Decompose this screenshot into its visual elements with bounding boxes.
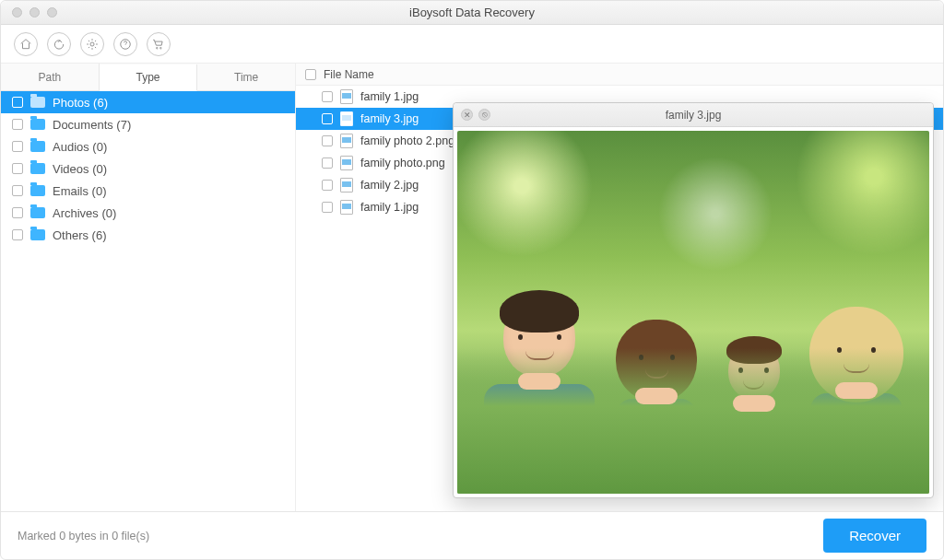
category-audios[interactable]: Audios (0)	[1, 135, 295, 158]
help-icon[interactable]	[113, 32, 137, 56]
category-label: Documents (7)	[53, 118, 131, 132]
category-list: Photos (6)Documents (7)Audios (0)Videos …	[1, 91, 295, 511]
file-name: family 2.jpg	[360, 179, 419, 192]
preview-title: family 3.jpg	[454, 109, 933, 122]
back-icon[interactable]	[47, 32, 71, 56]
titlebar: iBoysoft Data Recovery	[1, 1, 943, 25]
sidebar-tabs: PathTypeTime	[1, 64, 295, 91]
file-name: family 1.jpg	[360, 201, 419, 214]
main-area: PathTypeTime Photos (6)Documents (7)Audi…	[1, 64, 943, 511]
recover-button[interactable]: Recover	[823, 519, 926, 553]
category-label: Archives (0)	[53, 206, 116, 220]
file-checkbox[interactable]	[322, 180, 333, 191]
category-checkbox[interactable]	[12, 207, 23, 218]
image-file-icon	[340, 89, 353, 104]
category-checkbox[interactable]	[12, 119, 23, 130]
category-checkbox[interactable]	[12, 97, 23, 108]
folder-icon	[30, 185, 45, 196]
toolbar	[1, 25, 943, 64]
tab-time[interactable]: Time	[197, 64, 295, 90]
file-name: family photo.png	[360, 157, 445, 169]
category-emails[interactable]: Emails (0)	[1, 180, 295, 202]
file-checkbox[interactable]	[322, 202, 333, 213]
gear-icon[interactable]	[80, 32, 104, 56]
file-list-header: File Name	[296, 64, 943, 86]
file-name: family 1.jpg	[360, 90, 419, 103]
cart-icon[interactable]	[147, 32, 171, 56]
category-checkbox[interactable]	[12, 229, 23, 240]
preview-window: ✕ ⦸ family 3.jpg	[453, 102, 934, 498]
file-checkbox[interactable]	[322, 113, 333, 124]
file-checkbox[interactable]	[322, 91, 333, 102]
tab-type[interactable]: Type	[100, 64, 198, 91]
file-checkbox[interactable]	[322, 135, 333, 146]
traffic-minimize[interactable]	[30, 7, 40, 18]
category-others[interactable]: Others (6)	[1, 224, 295, 246]
category-label: Emails (0)	[53, 184, 107, 198]
file-checkbox[interactable]	[322, 158, 333, 169]
traffic-close[interactable]	[12, 7, 22, 18]
traffic-zoom[interactable]	[47, 7, 57, 18]
category-checkbox[interactable]	[12, 141, 23, 152]
footer: Marked 0 bytes in 0 file(s) Recover	[1, 511, 943, 559]
file-name: family 3.jpg	[360, 112, 419, 125]
home-icon[interactable]	[14, 32, 38, 56]
preview-image	[457, 131, 929, 494]
preview-close-icon[interactable]: ✕	[461, 109, 473, 121]
grass	[457, 348, 929, 494]
image-file-icon	[340, 134, 353, 148]
select-all-checkbox[interactable]	[305, 69, 316, 80]
category-photos[interactable]: Photos (6)	[1, 91, 295, 113]
status-text: Marked 0 bytes in 0 file(s)	[18, 530, 149, 542]
window-controls	[1, 7, 57, 18]
folder-icon	[30, 207, 45, 218]
file-name: family photo 2.png	[360, 134, 454, 147]
folder-icon	[30, 163, 45, 174]
folder-icon	[30, 119, 45, 130]
category-label: Videos (0)	[53, 162, 107, 176]
image-file-icon	[340, 156, 353, 170]
preview-titlebar: ✕ ⦸ family 3.jpg	[454, 103, 933, 127]
category-archives[interactable]: Archives (0)	[1, 202, 295, 224]
category-checkbox[interactable]	[12, 163, 23, 174]
tab-path[interactable]: Path	[1, 64, 100, 90]
category-label: Others (6)	[53, 228, 107, 242]
folder-icon	[30, 97, 45, 108]
svg-point-0	[90, 41, 94, 45]
folder-icon	[30, 229, 45, 240]
category-checkbox[interactable]	[12, 185, 23, 196]
preview-body	[454, 127, 933, 497]
category-documents[interactable]: Documents (7)	[1, 113, 295, 135]
preview-disable-icon[interactable]: ⦸	[478, 109, 490, 121]
category-label: Photos (6)	[53, 96, 108, 110]
file-header-label: File Name	[324, 68, 374, 81]
image-file-icon	[340, 178, 353, 192]
sidebar: PathTypeTime Photos (6)Documents (7)Audi…	[1, 64, 296, 511]
image-file-icon	[340, 200, 353, 215]
folder-icon	[30, 141, 45, 152]
category-videos[interactable]: Videos (0)	[1, 158, 295, 180]
app-window: iBoysoft Data Recovery PathTypeTime Phot…	[0, 0, 944, 560]
window-title: iBoysoft Data Recovery	[1, 6, 943, 19]
category-label: Audios (0)	[53, 140, 107, 154]
image-file-icon	[340, 111, 353, 126]
